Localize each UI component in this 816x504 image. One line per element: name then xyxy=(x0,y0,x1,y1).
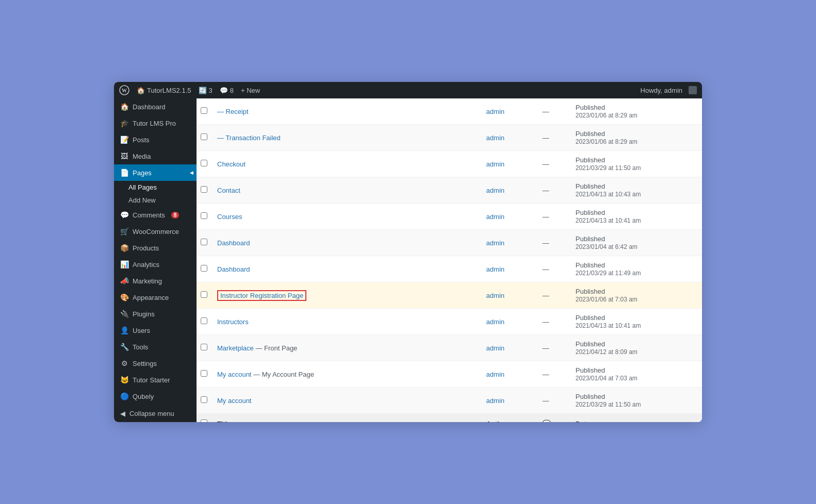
sidebar-item-plugins[interactable]: 🔌 Plugins xyxy=(114,306,197,322)
page-title-link[interactable]: Contact xyxy=(217,187,240,194)
comments-icon: 💬 xyxy=(120,211,128,219)
author-column-label: Author xyxy=(486,420,509,423)
author-link[interactable]: admin xyxy=(486,265,504,273)
row-checkbox[interactable] xyxy=(201,265,207,272)
author-link[interactable]: admin xyxy=(486,344,504,352)
footer-title-header: Title xyxy=(212,414,481,423)
row-checkbox[interactable] xyxy=(201,186,207,193)
page-title-link[interactable]: Dashboard xyxy=(217,239,250,247)
author-link[interactable]: admin xyxy=(486,213,504,221)
title-cell: Checkout xyxy=(212,151,481,177)
row-checkbox[interactable] xyxy=(201,133,207,140)
new-content-button[interactable]: + New xyxy=(241,87,260,94)
updates-button[interactable]: 🔄 3 xyxy=(199,87,213,94)
date-column-header[interactable]: Date xyxy=(576,420,590,423)
title-cell: My account — My Account Page xyxy=(212,361,481,388)
row-checkbox[interactable] xyxy=(201,239,207,245)
page-title-link[interactable]: Instructors xyxy=(217,318,249,326)
page-title-link[interactable]: Marketplace xyxy=(217,344,254,352)
sidebar-item-settings[interactable]: ⚙ Settings xyxy=(114,355,197,372)
author-link[interactable]: admin xyxy=(486,397,504,405)
sidebar-item-comments[interactable]: 💬 Comments 8 xyxy=(114,207,197,223)
author-link[interactable]: admin xyxy=(486,160,504,168)
avatar[interactable] xyxy=(689,86,697,94)
comments-cell: — xyxy=(537,98,570,125)
page-title-link[interactable]: My account xyxy=(217,397,251,405)
row-checkbox[interactable] xyxy=(201,160,207,166)
table-footer-header: Title Author 💬 Date xyxy=(197,414,702,423)
dashboard-icon: 🏠 xyxy=(120,103,128,111)
row-checkbox[interactable] xyxy=(201,344,207,350)
sidebar-subitem-add-new[interactable]: Add New xyxy=(114,194,197,207)
author-cell: admin xyxy=(481,204,537,230)
comments-dash: — xyxy=(542,344,549,352)
row-checkbox-cell xyxy=(197,256,212,282)
date-cell: Published2021/03/29 at 11:49 am xyxy=(570,256,702,282)
author-cell: admin xyxy=(481,256,537,282)
author-link[interactable]: admin xyxy=(486,292,504,299)
page-title-link[interactable]: Courses xyxy=(217,213,242,221)
date-value: 2023/01/06 at 8:29 am xyxy=(576,112,638,119)
sidebar-item-products[interactable]: 📦 Products xyxy=(114,240,197,256)
page-title-link[interactable]: — Receipt xyxy=(217,108,249,115)
author-cell: admin xyxy=(481,98,537,125)
site-name[interactable]: 🏠 TutorLMS2.1.5 xyxy=(137,87,191,94)
sidebar-subitem-all-pages[interactable]: All Pages xyxy=(114,181,197,194)
row-checkbox-cell xyxy=(197,125,212,151)
table-row: Checkout admin — Published2021/03/29 at … xyxy=(197,151,702,177)
sidebar-item-pages[interactable]: 📄 Pages xyxy=(114,164,197,181)
date-cell: Published2023/01/04 at 7:03 am xyxy=(570,361,702,388)
date-status: Published2023/01/06 at 8:29 am xyxy=(576,104,638,119)
admin-user-menu[interactable]: Howdy, admin xyxy=(641,87,682,94)
title-cell: Dashboard xyxy=(212,230,481,256)
sidebar-item-woocommerce[interactable]: 🛒 WooCommerce xyxy=(114,223,197,240)
comments-dash: — xyxy=(542,187,549,194)
sidebar-item-media[interactable]: 🖼 Media xyxy=(114,148,197,164)
sidebar-item-tutor-starter[interactable]: 🐱 Tutor Starter xyxy=(114,372,197,388)
row-checkbox[interactable] xyxy=(201,107,207,114)
page-title-link[interactable]: — Transaction Failed xyxy=(217,134,281,142)
table-row: Marketplace — Front Page admin — Publish… xyxy=(197,335,702,361)
tutor-starter-icon: 🐱 xyxy=(120,376,128,384)
instructor-registration-page-link[interactable]: Instructor Registration Page xyxy=(217,290,306,301)
row-checkbox-cell xyxy=(197,335,212,361)
author-link[interactable]: admin xyxy=(486,371,504,378)
footer-checkbox[interactable] xyxy=(201,419,207,422)
row-checkbox[interactable] xyxy=(201,212,207,219)
sidebar-item-users[interactable]: 👤 Users xyxy=(114,322,197,339)
author-link[interactable]: admin xyxy=(486,134,504,142)
author-cell: admin xyxy=(481,177,537,204)
author-link[interactable]: admin xyxy=(486,239,504,247)
sidebar-item-qubely[interactable]: 🔵 Qubely xyxy=(114,388,197,405)
sidebar-item-tutor-lms-pro[interactable]: 🎓 Tutor LMS Pro xyxy=(114,115,197,131)
table-row: Dashboard admin — Published2021/03/29 at… xyxy=(197,256,702,282)
page-title-link[interactable]: Checkout xyxy=(217,160,246,168)
sidebar-item-posts[interactable]: 📝 Posts xyxy=(114,131,197,148)
collapse-menu-button[interactable]: ◀ Collapse menu xyxy=(114,405,197,422)
row-checkbox[interactable] xyxy=(201,317,207,324)
page-title-link[interactable]: Dashboard xyxy=(217,265,250,273)
title-column-header[interactable]: Title xyxy=(217,420,231,423)
sidebar-item-tools[interactable]: 🔧 Tools xyxy=(114,339,197,355)
author-link[interactable]: admin xyxy=(486,108,504,115)
date-status: Published2021/03/29 at 11:50 am xyxy=(576,156,641,172)
row-checkbox-cell xyxy=(197,177,212,204)
row-checkbox[interactable] xyxy=(201,396,207,403)
admin-bar: W 🏠 TutorLMS2.1.5 🔄 3 💬 8 + New H xyxy=(114,82,702,98)
wp-logo-icon[interactable]: W xyxy=(119,85,129,95)
comments-button[interactable]: 💬 8 xyxy=(220,87,234,94)
date-status: Published2023/01/04 at 6:42 am xyxy=(576,235,638,250)
date-status: Published2021/04/13 at 10:41 am xyxy=(576,314,641,329)
sidebar-item-marketing[interactable]: 📣 Marketing xyxy=(114,273,197,289)
author-link[interactable]: admin xyxy=(486,187,504,194)
page-title-link[interactable]: My account xyxy=(217,371,251,378)
row-checkbox[interactable] xyxy=(201,291,207,298)
marketing-icon: 📣 xyxy=(120,277,128,285)
sidebar-item-dashboard[interactable]: 🏠 Dashboard xyxy=(114,98,197,115)
row-checkbox[interactable] xyxy=(201,370,207,377)
sidebar-item-analytics[interactable]: 📊 Analytics xyxy=(114,256,197,273)
sidebar-item-appearance[interactable]: 🎨 Appearance xyxy=(114,289,197,306)
table-row: Dashboard admin — Published2023/01/04 at… xyxy=(197,230,702,256)
date-cell: Published2021/04/13 at 10:41 am xyxy=(570,309,702,335)
author-link[interactable]: admin xyxy=(486,318,504,326)
